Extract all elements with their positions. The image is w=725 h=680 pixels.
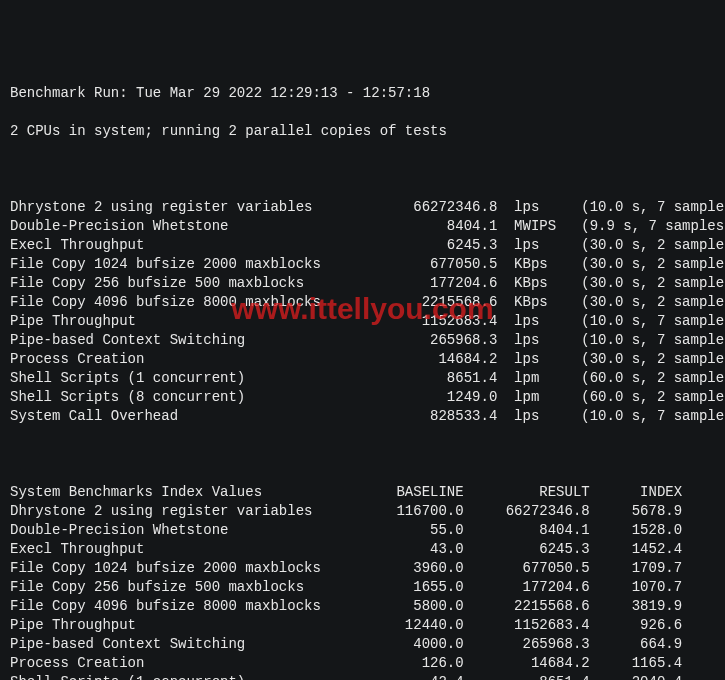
index-row: Pipe Throughput 12440.0 1152683.4 926.6 bbox=[10, 616, 715, 635]
results-row: Pipe Throughput 1152683.4 lps (10.0 s, 7… bbox=[10, 312, 715, 331]
results-row: File Copy 256 bufsize 500 maxblocks 1772… bbox=[10, 274, 715, 293]
index-row: File Copy 1024 bufsize 2000 maxblocks 39… bbox=[10, 559, 715, 578]
results-row: Double-Precision Whetstone 8404.1 MWIPS … bbox=[10, 217, 715, 236]
header-line-1: Benchmark Run: Tue Mar 29 2022 12:29:13 … bbox=[10, 84, 715, 103]
results-row: File Copy 4096 bufsize 8000 maxblocks 22… bbox=[10, 293, 715, 312]
results-row: File Copy 1024 bufsize 2000 maxblocks 67… bbox=[10, 255, 715, 274]
index-table: System Benchmarks Index Values BASELINE … bbox=[10, 483, 715, 680]
index-row: Double-Precision Whetstone 55.0 8404.1 1… bbox=[10, 521, 715, 540]
results-row: Process Creation 14684.2 lps (30.0 s, 2 … bbox=[10, 350, 715, 369]
index-row: Execl Throughput 43.0 6245.3 1452.4 bbox=[10, 540, 715, 559]
results-row: Dhrystone 2 using register variables 662… bbox=[10, 198, 715, 217]
results-table: Dhrystone 2 using register variables 662… bbox=[10, 198, 715, 426]
results-row: Shell Scripts (1 concurrent) 8651.4 lpm … bbox=[10, 369, 715, 388]
results-row: Pipe-based Context Switching 265968.3 lp… bbox=[10, 331, 715, 350]
header-line-2: 2 CPUs in system; running 2 parallel cop… bbox=[10, 122, 715, 141]
blank bbox=[10, 445, 715, 464]
index-row: Dhrystone 2 using register variables 116… bbox=[10, 502, 715, 521]
index-header-row: System Benchmarks Index Values BASELINE … bbox=[10, 483, 715, 502]
blank bbox=[10, 160, 715, 179]
results-row: Execl Throughput 6245.3 lps (30.0 s, 2 s… bbox=[10, 236, 715, 255]
index-row: File Copy 4096 bufsize 8000 maxblocks 58… bbox=[10, 597, 715, 616]
results-row: System Call Overhead 828533.4 lps (10.0 … bbox=[10, 407, 715, 426]
index-row: Shell Scripts (1 concurrent) 42.4 8651.4… bbox=[10, 673, 715, 680]
results-row: Shell Scripts (8 concurrent) 1249.0 lpm … bbox=[10, 388, 715, 407]
index-row: Process Creation 126.0 14684.2 1165.4 bbox=[10, 654, 715, 673]
index-row: Pipe-based Context Switching 4000.0 2659… bbox=[10, 635, 715, 654]
index-row: File Copy 256 bufsize 500 maxblocks 1655… bbox=[10, 578, 715, 597]
